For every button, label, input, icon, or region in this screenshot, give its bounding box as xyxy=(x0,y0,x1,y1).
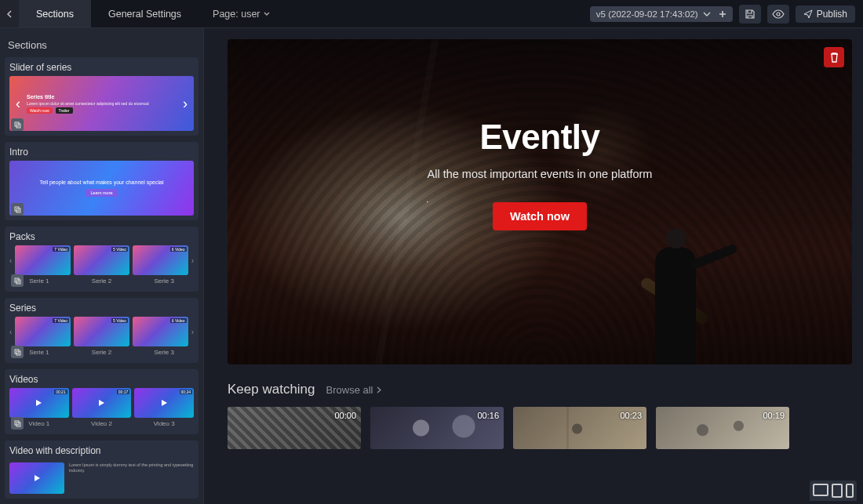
tab-general-settings[interactable]: General Settings xyxy=(91,0,198,27)
video-thumb: 00:24 xyxy=(134,388,194,418)
hero-content: Evently All the most important events in… xyxy=(228,39,852,364)
section-title: Video with description xyxy=(9,445,194,456)
mobile-view-button[interactable] xyxy=(846,484,854,498)
hero-cta-button[interactable]: Watch now xyxy=(493,202,587,230)
copy-icon xyxy=(14,121,21,129)
version-label: v5 (2022-09-02 17:43:02) xyxy=(596,9,698,19)
section-title: Packs xyxy=(9,231,194,242)
card: 7 Video xyxy=(15,245,71,275)
duration-badge: 00:19 xyxy=(763,411,785,420)
trash-icon xyxy=(829,52,839,63)
chevron-right-icon xyxy=(377,386,381,393)
thumb-preview: Tell people about what makes your channe… xyxy=(9,161,194,216)
play-icon xyxy=(99,400,104,406)
duration-badge: 00:16 xyxy=(477,411,499,420)
section-title: Intro xyxy=(9,147,194,158)
hero-subtitle: All the most important events in one pla… xyxy=(428,168,653,180)
labels-row: Video 1 Video 2 Video 3 xyxy=(9,418,194,430)
paper-plane-icon xyxy=(803,9,813,19)
thumb-cta: Watch now xyxy=(27,107,53,114)
card: 5 Video xyxy=(74,245,129,275)
sections-sidebar: Sections Slider of series ‹ Series title… xyxy=(0,28,204,504)
keep-watching-section[interactable]: Keep watching Browse all 00:00 00:16 00:… xyxy=(228,382,852,449)
video-thumb: 00:21 xyxy=(9,388,69,418)
section-intro[interactable]: Intro Tell people about what makes your … xyxy=(5,142,198,220)
eye-icon xyxy=(772,9,785,19)
thumb-title: Series title xyxy=(27,94,177,100)
video-thumb: 00:17 xyxy=(72,388,132,418)
section-title: Videos xyxy=(9,374,194,385)
labels-row: Serie 1 Serie 2 Serie 3 xyxy=(9,275,194,287)
section-series[interactable]: Series ‹ 7 Video 5 Video 6 Video › Serie… xyxy=(5,298,198,363)
duration-badge: 00:23 xyxy=(620,411,642,420)
copy-icon xyxy=(14,206,21,213)
chevron-left-icon xyxy=(6,10,13,18)
delete-section-button[interactable] xyxy=(824,47,844,67)
thumb-row: ‹ 7 Video 5 Video 6 Video › xyxy=(9,317,194,346)
copy-icon xyxy=(14,420,21,427)
video-thumb xyxy=(9,462,64,494)
card: 5 Video xyxy=(74,317,129,346)
viewport-switcher xyxy=(810,480,857,501)
caret-down-icon xyxy=(264,12,270,16)
duplicate-button[interactable] xyxy=(11,118,24,131)
labels-row: Serie 1 Serie 2 Serie 3 xyxy=(9,346,194,358)
main-area: Sections Slider of series ‹ Series title… xyxy=(0,28,863,504)
thumb-preview: Lorem Ipsum is simply dummy text of the … xyxy=(9,459,194,494)
chevron-down-icon xyxy=(703,12,711,16)
tablet-view-button[interactable] xyxy=(832,484,843,498)
card: 6 Video xyxy=(133,245,188,275)
preview-button[interactable] xyxy=(767,5,789,24)
thumb-row: ‹ 7 Video 5 Video 6 Video › xyxy=(9,245,194,275)
duplicate-button[interactable] xyxy=(11,346,24,358)
section-videos[interactable]: Videos 00:21 00:17 00:24 Video 1 Video 2… xyxy=(5,369,198,434)
section-video-with-description[interactable]: Video with description Lorem Ipsum is si… xyxy=(5,441,198,499)
thumb-secondary: Trailer xyxy=(56,107,73,114)
preview-canvas: Evently All the most important events in… xyxy=(204,28,863,504)
card: 6 Video xyxy=(133,317,188,346)
chevron-right-icon: › xyxy=(183,96,188,112)
thumb-desc: Lorem ipsum dolor sit amet consectetur a… xyxy=(27,101,177,106)
video-row: 00:00 00:16 00:23 00:19 xyxy=(228,407,852,449)
chevron-left-icon: ‹ xyxy=(9,328,12,336)
duplicate-button[interactable] xyxy=(11,274,24,287)
version-selector[interactable]: v5 (2022-09-02 17:43:02) xyxy=(590,6,733,22)
browse-all-link[interactable]: Browse all xyxy=(326,384,381,396)
sidebar-tabs: Sections General Settings xyxy=(0,0,198,27)
video-thumb[interactable]: 00:19 xyxy=(656,407,789,449)
video-thumb[interactable]: 00:16 xyxy=(370,407,504,449)
page-selector[interactable]: Page: user xyxy=(213,9,269,20)
plus-icon[interactable] xyxy=(719,10,726,18)
publish-label: Publish xyxy=(817,9,847,20)
chevron-right-icon: › xyxy=(191,256,194,265)
thumb-preview: ‹ Series title Lorem ipsum dolor sit ame… xyxy=(9,76,194,131)
section-packs[interactable]: Packs ‹ 7 Video 5 Video 6 Video › Serie … xyxy=(5,227,198,292)
duplicate-button[interactable] xyxy=(11,417,24,430)
tab-sections[interactable]: Sections xyxy=(19,0,91,27)
thumb-row: 00:21 00:17 00:24 xyxy=(9,388,194,418)
hero-title: Evently xyxy=(479,118,599,157)
hero-section[interactable]: Evently All the most important events in… xyxy=(228,39,852,364)
copy-icon xyxy=(14,349,21,356)
top-bar: Sections General Settings Page: user v5 … xyxy=(0,0,863,28)
video-thumb[interactable]: 00:00 xyxy=(228,407,361,449)
play-icon xyxy=(35,475,40,481)
back-button[interactable] xyxy=(0,0,19,27)
page-label: Page: user xyxy=(213,9,260,20)
section-heading: Keep watching xyxy=(228,382,315,397)
thumb-cta: Learn more xyxy=(86,189,117,197)
save-button[interactable] xyxy=(739,5,761,24)
video-thumb[interactable]: 00:23 xyxy=(513,407,646,449)
thumb-text: Lorem Ipsum is simply dummy text of the … xyxy=(69,462,194,494)
copy-icon xyxy=(14,277,21,285)
play-icon xyxy=(162,400,167,406)
section-slider-of-series[interactable]: Slider of series ‹ Series title Lorem ip… xyxy=(5,57,198,136)
section-title: Series xyxy=(9,303,194,314)
desktop-view-button[interactable] xyxy=(813,484,828,496)
topbar-right: v5 (2022-09-02 17:43:02) Publish xyxy=(590,5,863,24)
publish-button[interactable]: Publish xyxy=(796,5,855,23)
card: 7 Video xyxy=(15,317,71,346)
sidebar-heading: Sections xyxy=(5,34,198,57)
svg-point-0 xyxy=(777,13,780,16)
duplicate-button[interactable] xyxy=(11,203,24,216)
